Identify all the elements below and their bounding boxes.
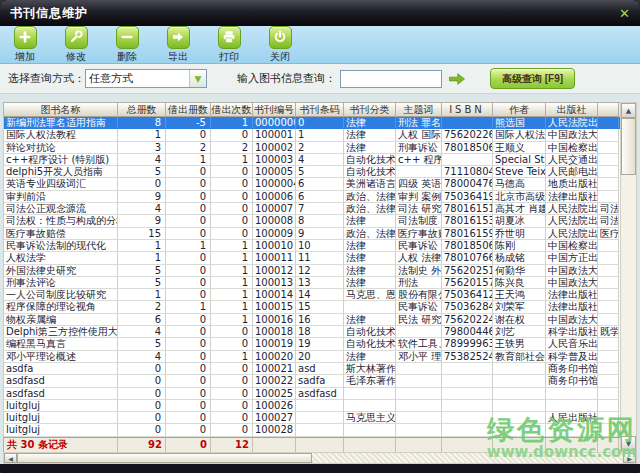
table-cell: 0 [211, 178, 253, 190]
table-row[interactable]: 司法公正观念源流4001000077政治、法律司法 研究7801615115高其… [4, 203, 620, 215]
column-header[interactable]: 书刊编号 [253, 103, 296, 117]
column-header[interactable]: 书刊条码 [296, 103, 344, 117]
table-cell: 0 [118, 388, 166, 400]
horizontal-scrollbar[interactable]: ◀ ▶ [3, 452, 637, 464]
table-cell: 软件工具、工具 [396, 338, 442, 350]
table-cell: 5 [118, 265, 166, 277]
scroll-left-icon[interactable]: ◀ [4, 453, 17, 463]
table-cell: 7503641979 [442, 191, 493, 203]
modify-button[interactable]: 修改 [58, 26, 94, 64]
table-row[interactable]: 医疗事故赔偿15001000099政治、法律医疗事故赔偿7801615980乔世… [4, 228, 620, 240]
table-cell: 100010 [253, 240, 296, 252]
scroll-right-icon[interactable]: ▶ [623, 453, 636, 463]
advanced-query-button[interactable]: 高级查询 [F9] [490, 68, 575, 89]
column-header[interactable]: 作者 [493, 103, 546, 117]
table-row[interactable]: 司法权：性质与构成的分析9001000088法律司法制度 法的780161538… [4, 215, 620, 227]
table-cell: 0 [166, 166, 211, 178]
table-row[interactable]: asdfasd000100022sadfa毛泽东著作商务印书馆 [4, 375, 620, 387]
table-cell: 100016 [253, 314, 296, 326]
scroll-down-icon[interactable]: ▼ [621, 436, 636, 451]
table-row[interactable]: 辩论对抗论3221000022法律刑事诉讼 审理780185067X王顺义中国检… [4, 142, 620, 154]
table-row[interactable]: 外国法律史研究50110001212法律法制史 外国 教7562025118何勤… [4, 265, 620, 277]
column-header[interactable]: 图书名称 [4, 103, 118, 117]
table-row[interactable]: delphi5开发人员指南5001000055自动化技术.7111080408S… [4, 166, 620, 178]
close-icon[interactable]: ✕ [619, 7, 630, 20]
table-row[interactable]: 编程黑马真言50010001919自动化技术.软件工具、工具7899996309… [4, 338, 620, 350]
table-cell: 人权 国际法 教 [396, 129, 442, 141]
table-cell: 法律 [344, 265, 396, 277]
table-cell [396, 363, 442, 375]
search-input[interactable] [340, 70, 442, 88]
column-header[interactable]: ISBN [442, 103, 493, 117]
add-button[interactable]: 增加 [7, 26, 43, 64]
column-header[interactable]: 书刊分类 [344, 103, 396, 117]
table-cell [598, 388, 619, 400]
table-cell: 100018 [253, 326, 296, 338]
table-row[interactable]: 新编刑法罪名适用指南8-510000000000法律刑法 罪名 法律熊选国人民法… [4, 117, 620, 129]
table-row[interactable]: luitgluj000100027马克思主义.人民出版社 [4, 412, 620, 424]
table-row[interactable]: 人权法学10110001111法律人权 法律 教材7801076613杨成铭中国… [4, 252, 620, 264]
table-cell: 2 [166, 142, 211, 154]
table-cell: Steve Teixe [493, 166, 546, 178]
table-row[interactable]: 国际人权法教程1001000011法律人权 国际法 教7562022631国际人… [4, 129, 620, 141]
table-row[interactable]: Delphi第三方控件使用大全40010001818自动化技术.79800446… [4, 326, 620, 338]
table-cell: 2 [211, 142, 253, 154]
table-row[interactable]: luitgluj000100028 [4, 424, 620, 436]
column-header[interactable]: 总册数 [118, 103, 166, 117]
table-cell: 斯大林著作 [344, 363, 396, 375]
export-button[interactable]: 导出 [160, 26, 196, 64]
table-cell: 法律 [344, 351, 396, 363]
table-cell: 刑事诉讼 审理 [396, 142, 442, 154]
table-cell [344, 400, 396, 412]
table-cell [598, 265, 619, 277]
table-header-row: 图书名称总册数借出册数借出次数书刊编号书刊条码书刊分类主题词ISBN作者出版社 [3, 102, 620, 117]
scroll-up-icon[interactable]: ▲ [621, 103, 636, 118]
table-row[interactable]: 民事诉讼法制的现代化11110001010法律民事诉讼 法律7801850610… [4, 240, 620, 252]
column-header[interactable]: 出版社 [546, 103, 598, 117]
table-cell: 谢在权 [493, 314, 546, 326]
table-cell [598, 400, 619, 412]
table-cell: 0 [166, 265, 211, 277]
table-row[interactable]: asdfa000100021asd斯大林著作商务印书馆 [4, 363, 620, 375]
column-header[interactable]: 主题词 [396, 103, 442, 117]
delete-button[interactable]: 删除 [109, 26, 145, 64]
table-row[interactable]: 刑事法评论50110001313法律刑法7562015740陈兴良中国政法大学 [4, 277, 620, 289]
printer-icon [218, 26, 241, 49]
table-cell [396, 388, 442, 400]
table-cell [598, 178, 619, 190]
table-row[interactable]: 邓小平理论概述40110002020法律邓小平 理论 思7538252479教育… [4, 351, 620, 363]
table-cell: 780185067X [442, 142, 493, 154]
table-cell: 0 [166, 191, 211, 203]
column-header[interactable] [598, 103, 619, 117]
print-button[interactable]: 打印 [211, 26, 247, 64]
table-row[interactable]: 物权亲属编60110001616法律民法 研究 中国7562022410谢在权中… [4, 314, 620, 326]
vertical-scroll-thumb[interactable] [621, 118, 636, 175]
table-cell: 0 [211, 338, 253, 350]
column-header[interactable]: 借出册数 [166, 103, 211, 117]
table-row[interactable]: 英语专业四级词汇00010000046美洲诸语言四级 英语7800047601马… [4, 178, 620, 190]
toolbar-button-label: 关闭 [270, 50, 290, 64]
column-header[interactable]: 借出次数 [211, 103, 253, 117]
table-row[interactable]: 一人公司制度比较研究10110001414马克思、恩股份有限公司75036412… [4, 289, 620, 301]
table-cell: 100013 [253, 277, 296, 289]
table-row[interactable]: asdfasd000100025asdfasd [4, 388, 620, 400]
table-cell: 马德高 [493, 178, 546, 190]
table-cell: 0 [211, 326, 253, 338]
table-row[interactable]: 程序保障的理论视角21110001515民事诉讼 诉讼7503628480刘荣军… [4, 301, 620, 313]
vertical-scrollbar[interactable]: ▲ ▼ [620, 102, 637, 452]
query-mode-select[interactable]: 任意方式 ▼ [85, 69, 207, 88]
chevron-down-icon[interactable]: ▼ [189, 70, 206, 87]
table-cell: 法律出版社 [546, 289, 598, 301]
table-cell [442, 117, 493, 129]
table-row[interactable]: 审判前沿9001000066政治、法律审判 案例 研究7503641979北京市… [4, 191, 620, 203]
close-window-button[interactable]: 关闭 [262, 26, 298, 64]
go-arrow-icon[interactable] [448, 72, 466, 86]
table-cell [442, 412, 493, 424]
horizontal-scroll-thumb[interactable] [17, 453, 312, 463]
table-cell: 100007 [253, 203, 296, 215]
record-count-label: 共 30 条记录 [4, 438, 118, 452]
table-cell: 医疗 [598, 228, 619, 240]
table-cell [598, 240, 619, 252]
table-row[interactable]: c++程序设计 (特别版)4111000034自动化技术.c++ 程序设计 语S… [4, 154, 620, 166]
table-row[interactable]: luitgluj000100026 [4, 400, 620, 412]
